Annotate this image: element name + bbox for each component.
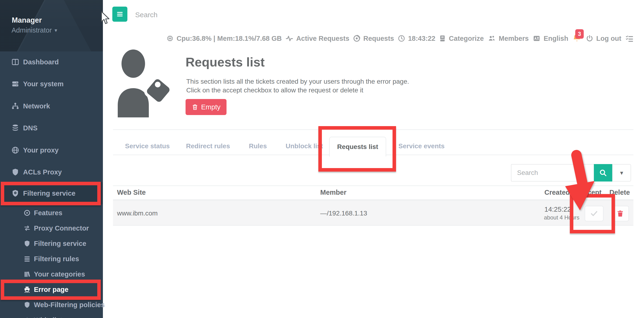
sidebar-item-label: Filtering service	[23, 190, 75, 197]
sidebar-item-label: Your system	[23, 80, 64, 88]
sidebar-item-filtering-service[interactable]: Filtering service	[11, 188, 75, 199]
clock-icon	[398, 35, 405, 42]
table-search-options-dropdown[interactable]: ▾	[612, 164, 631, 181]
sidebar-profile-header: Manager Administrator ▾	[0, 0, 103, 51]
topbar-item-requests[interactable]: Requests	[353, 35, 394, 43]
tab-unblock-list[interactable]: Unblock list	[286, 141, 323, 152]
tab-requests-list[interactable]: Requests list	[329, 137, 386, 157]
topbar-status-strip: Cpu:36.8% | Mem:18.1%/7.68 GB Active Req…	[166, 31, 634, 46]
error-page-icon	[24, 286, 30, 293]
shield-icon	[11, 168, 19, 176]
bolt-icon	[24, 316, 30, 318]
sidebar-item-dashboard[interactable]: Dashboard	[11, 56, 59, 68]
menu-toggle-button[interactable]	[112, 7, 128, 22]
sidebar-item-acls-proxy[interactable]: ACLs Proxy	[11, 166, 62, 178]
cpu-mem-text: Cpu:36.8% | Mem:18.1%/7.68 GB	[176, 35, 282, 43]
sidebar-subitem-label: Features	[34, 209, 62, 217]
tab-service-events[interactable]: Service events	[398, 141, 444, 152]
sidebar-item-label: ACLs Proxy	[23, 168, 62, 176]
disc-icon	[24, 209, 30, 216]
row-created-ago: about 4 Hours	[544, 214, 580, 221]
language-label: English	[544, 35, 568, 43]
sidebar: Manager Administrator ▾ Dashboard Your s…	[0, 0, 103, 318]
sidebar-subitem-label: Your categories	[34, 270, 85, 278]
topbar-item-members[interactable]: Members	[488, 35, 528, 43]
sidebar-subitem-features[interactable]: Features	[24, 208, 62, 218]
user-role-label: Administrator	[12, 27, 52, 34]
sidebar-subitem-whitelists[interactable]: Whitelists	[24, 315, 66, 318]
shield-gear-icon	[11, 189, 19, 197]
sidebar-item-dns[interactable]: DNS	[11, 122, 38, 134]
column-header-member[interactable]: Member	[320, 189, 346, 196]
topbar-item-categorize[interactable]: Categorize	[439, 35, 484, 43]
sidebar-item-label: DNS	[23, 124, 38, 132]
power-icon	[586, 35, 593, 42]
sitemap-icon	[11, 102, 19, 110]
chevron-down-icon: ▾	[55, 27, 57, 34]
checklist-icon	[625, 34, 634, 43]
tabs-top-divider	[113, 129, 634, 130]
column-header-website[interactable]: Web Site	[117, 189, 146, 196]
sidebar-item-network[interactable]: Network	[11, 100, 50, 112]
categorize-label: Categorize	[449, 35, 484, 43]
users-icon	[488, 35, 496, 42]
logout-label: Log out	[596, 35, 621, 43]
sidebar-subitem-filtering-rules[interactable]: Filtering rules	[24, 254, 79, 264]
shield-icon	[24, 301, 30, 308]
requests-label: Requests	[363, 35, 394, 43]
clock-text: 18:43:22	[408, 35, 436, 43]
trash-icon	[616, 209, 624, 218]
notifications-bell[interactable]: 3	[572, 33, 582, 44]
tab-rules[interactable]: Rules	[249, 141, 267, 152]
sidebar-subitem-filtering-service[interactable]: Filtering service	[24, 238, 86, 249]
topbar-tasklist-button[interactable]	[625, 34, 634, 43]
column-header-created[interactable]: Created	[544, 189, 570, 196]
topbar-item-language[interactable]: English	[532, 35, 568, 43]
table-search-input[interactable]	[511, 164, 594, 181]
tab-redirect-rules[interactable]: Redirect rules	[186, 141, 230, 152]
sidebar-item-label: Network	[23, 102, 50, 110]
column-header-accept[interactable]: Accept	[579, 189, 602, 196]
topbar-item-active-requests[interactable]: Active Requests	[286, 35, 350, 43]
sidebar-subitem-label: Proxy Connector	[34, 224, 89, 232]
user-role-dropdown[interactable]: Administrator ▾	[12, 27, 57, 34]
accept-checkbox[interactable]	[585, 206, 604, 221]
row-member: —/192.168.1.13	[320, 210, 367, 217]
row-website: www.ibm.com	[117, 210, 158, 217]
sidebar-subitem-label: Filtering service	[34, 240, 86, 247]
sidebar-subitem-label: Filtering rules	[34, 255, 79, 263]
topbar-item-logout[interactable]: Log out	[586, 35, 621, 43]
row-created-time: 14:25:22	[544, 206, 571, 213]
table-search-button[interactable]	[594, 164, 612, 181]
search-icon	[599, 169, 607, 177]
translate-icon	[532, 35, 541, 42]
sidebar-subitem-proxy-connector[interactable]: Proxy Connector	[24, 223, 89, 233]
page-title: Requests list	[186, 55, 265, 69]
books-icon	[24, 271, 30, 278]
book-icon	[439, 35, 446, 42]
sidebar-subitem-your-categories[interactable]: Your categories	[24, 269, 85, 279]
notification-count-badge: 3	[575, 29, 584, 39]
empty-button[interactable]: Empty	[186, 99, 226, 115]
empty-button-label: Empty	[201, 103, 220, 111]
shield-icon	[24, 240, 30, 247]
sidebar-subitem-label: Web-Filtering policies	[34, 301, 105, 309]
database-icon	[11, 124, 19, 132]
sidebar-item-your-proxy[interactable]: Your proxy	[11, 145, 59, 156]
user-name: Manager	[12, 16, 42, 25]
sidebar-subitem-error-page[interactable]: Error page	[24, 284, 68, 295]
check-icon	[589, 209, 599, 218]
column-header-delete[interactable]: Delete	[610, 189, 630, 196]
sidebar-item-your-system[interactable]: Your system	[11, 78, 64, 90]
hamburger-icon	[116, 11, 124, 18]
tab-service-status[interactable]: Service status	[125, 141, 170, 152]
members-label: Members	[499, 35, 528, 43]
globe-icon	[11, 146, 19, 154]
activity-icon	[286, 35, 294, 43]
global-search-input[interactable]	[135, 9, 258, 21]
sidebar-item-label: Your proxy	[23, 146, 59, 154]
columns-icon	[11, 58, 19, 66]
sidebar-subitem-web-filtering-policies[interactable]: Web-Filtering policies	[24, 300, 105, 310]
delete-row-button[interactable]	[612, 206, 629, 221]
trash-icon	[192, 104, 198, 111]
